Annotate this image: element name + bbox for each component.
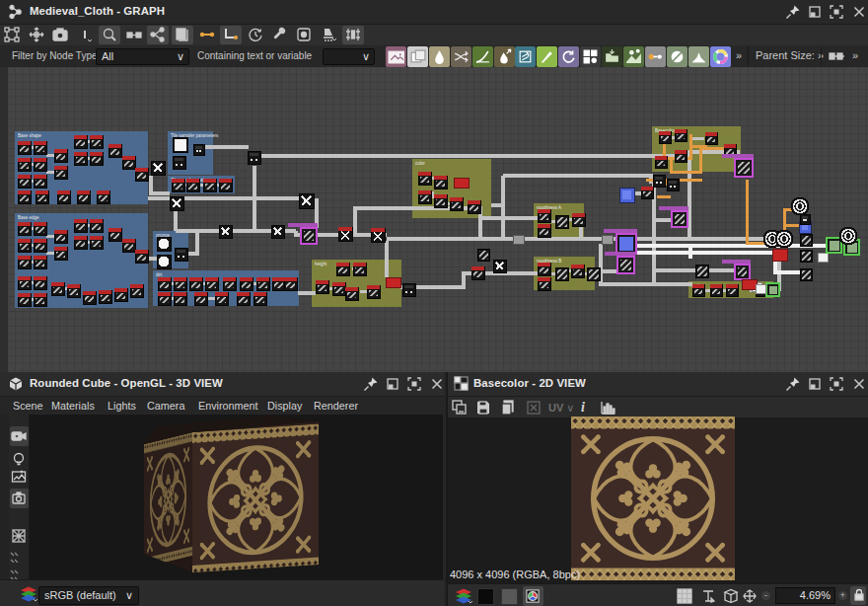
- svg-text:dirt: dirt: [156, 272, 163, 277]
- svg-text:Base shape: Base shape: [18, 133, 41, 138]
- svg-text:height: height: [315, 262, 327, 266]
- svg-text:color: color: [415, 161, 425, 166]
- svg-text:Base edge: Base edge: [18, 215, 39, 220]
